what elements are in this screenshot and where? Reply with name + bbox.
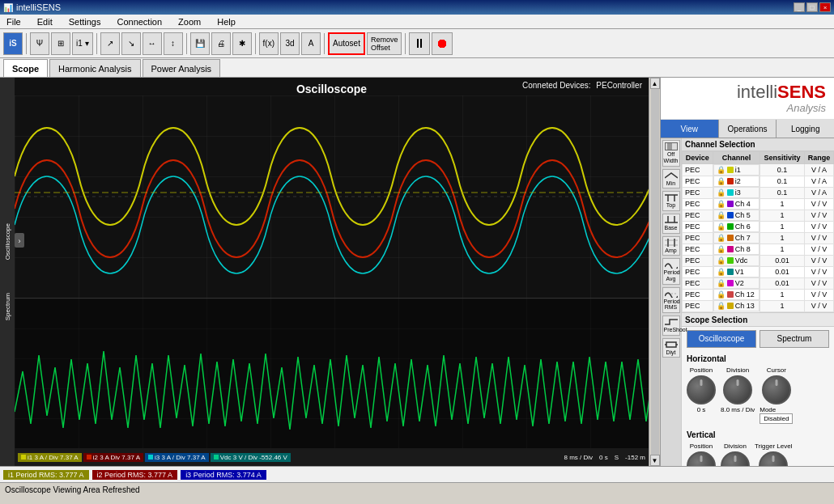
menu-zoom[interactable]: Zoom <box>175 17 204 27</box>
right-scrollbar[interactable]: ▲ ▼ <box>649 78 660 466</box>
ch-lock-11[interactable]: 🔒 <box>717 290 725 299</box>
ch-lock-2[interactable]: 🔒 <box>717 188 725 197</box>
toolbar-grid-button[interactable]: ⊞ <box>51 32 70 55</box>
channel-row-7[interactable]: PEC 🔒 Ch 8 1 V / V <box>683 244 834 255</box>
logo-sens: SENS <box>777 82 826 102</box>
channel-row-4[interactable]: PEC 🔒 Ch 5 1 V / V <box>683 210 834 221</box>
channel-row-1[interactable]: PEC 🔒 i2 0.1 V / A <box>683 176 834 187</box>
mode-select[interactable]: Disabled <box>760 413 793 424</box>
channel-row-0[interactable]: PEC 🔒 i1 0.1 V / A <box>683 164 834 176</box>
toolbar-cursor4-button[interactable]: ↕ <box>164 32 183 55</box>
channel-row-12[interactable]: PEC 🔒 Ch 13 1 V / V <box>683 300 834 311</box>
remove-offset-button[interactable]: RemoveOffset <box>367 32 402 55</box>
right-tab-logging[interactable]: Logging <box>777 120 834 138</box>
ch-lock-9[interactable]: 🔒 <box>717 268 725 276</box>
toolbar-cursor2-button[interactable]: ↘ <box>121 32 141 55</box>
ch-lock-8[interactable]: 🔒 <box>717 256 725 265</box>
ch-sens-11: 1 <box>760 289 804 300</box>
v-division-label: Division <box>724 443 747 450</box>
period-rms-btn[interactable]: Period RMS <box>662 287 680 313</box>
channel-row-11[interactable]: PEC 🔒 Ch 12 1 V / V <box>683 289 834 300</box>
scroll-down-arrow[interactable]: ▼ <box>650 455 660 466</box>
right-tab-operations[interactable]: Operations <box>719 120 777 138</box>
scope-spectrum-btn[interactable]: Spectrum <box>760 330 829 348</box>
scope-status-bar: i1 3 A / Div 7.37 A i2 3 A Div 7.37 A i3… <box>15 448 649 466</box>
ch-sens-2: 0.1 <box>760 187 804 198</box>
maximize-button[interactable]: □ <box>806 2 818 12</box>
toolbar-3d-button[interactable]: 3d <box>280 32 300 55</box>
toolbar-save-button[interactable]: 💾 <box>190 32 210 55</box>
toolbar-print-button[interactable]: 🖨 <box>211 32 231 55</box>
toolbar-fx-button[interactable]: f(x) <box>259 32 279 55</box>
h-division-knob[interactable] <box>723 375 752 404</box>
toolbar-pause-button[interactable]: ⏸ <box>409 32 430 55</box>
ch-channel-11: 🔒 Ch 12 <box>713 289 760 300</box>
upper-waveform-area[interactable]: › <box>15 95 649 299</box>
h-cursor-group: Cursor Mode Disabled <box>760 366 793 424</box>
channel-row-5[interactable]: PEC 🔒 Ch 6 1 V / V <box>683 221 834 232</box>
off-width-btn[interactable]: Off Width <box>662 140 680 166</box>
right-tab-view[interactable]: View <box>661 120 719 138</box>
v-position-knob[interactable] <box>687 451 716 466</box>
ch-lock-4[interactable]: 🔒 <box>717 211 725 219</box>
menu-connection[interactable]: Connection <box>113 17 165 27</box>
menu-edit[interactable]: Edit <box>34 17 56 27</box>
toolbar-is-button[interactable]: iS <box>3 32 23 55</box>
channel-row-6[interactable]: PEC 🔒 Ch 7 1 V / V <box>683 232 834 244</box>
amp-btn[interactable]: Amp <box>662 236 680 256</box>
lower-waveform-area[interactable] <box>15 299 649 448</box>
menu-help[interactable]: Help <box>214 17 239 27</box>
ch-lock-12[interactable]: 🔒 <box>717 302 725 310</box>
toolbar-cursor1-button[interactable]: ↗ <box>100 32 120 55</box>
ch-lock-6[interactable]: 🔒 <box>717 234 725 242</box>
toolbar-i1-button[interactable]: i1 ▾ <box>72 32 93 55</box>
h-position-knob[interactable] <box>687 375 716 404</box>
tab-power[interactable]: Power Analysis <box>143 59 221 77</box>
ch-lock-0[interactable]: 🔒 <box>717 166 725 174</box>
period-rms-i2: i2 Period RMS: 3.777 A <box>92 470 178 480</box>
ch-lock-10[interactable]: 🔒 <box>717 279 725 287</box>
ch-lock-3[interactable]: 🔒 <box>717 200 725 208</box>
right-content[interactable]: Off Width Min Top Base <box>661 138 834 466</box>
menu-settings[interactable]: Settings <box>66 17 104 27</box>
v-division-group: Division 2.9 A / Div <box>721 443 750 466</box>
trigger-knob[interactable] <box>759 451 788 466</box>
channel-row-9[interactable]: PEC 🔒 V1 0.01 V / V <box>683 266 834 277</box>
channel-row-2[interactable]: PEC 🔒 i3 0.1 V / A <box>683 187 834 198</box>
scope-osc-btn[interactable]: Oscilloscope <box>687 330 756 348</box>
ch-sens-12: 1 <box>760 300 804 311</box>
ch-sens-6: 1 <box>760 232 804 244</box>
toolbar-cursor3-button[interactable]: ↔ <box>143 32 162 55</box>
ch-lock-7[interactable]: 🔒 <box>717 245 725 253</box>
ch-channel-4: 🔒 Ch 5 <box>713 210 760 221</box>
channel-row-8[interactable]: PEC 🔒 Vdc 0.01 V / V <box>683 255 834 266</box>
ch-lock-5[interactable]: 🔒 <box>717 222 725 231</box>
upper-waveform-svg: › <box>15 95 649 298</box>
min-btn[interactable]: Min <box>662 169 680 189</box>
channel-row-3[interactable]: PEC 🔒 Ch 4 1 V / V <box>683 198 834 210</box>
minimize-button[interactable]: _ <box>794 2 805 12</box>
ch-lock-1[interactable]: 🔒 <box>717 177 725 185</box>
preshoot-btn[interactable]: PreShoot <box>662 316 680 336</box>
status-badge-i3: i3 3 A / Div 7.37 A <box>145 453 209 462</box>
toolbar-psi-button[interactable]: Ψ <box>30 32 49 55</box>
vertical-controls: Vertical Position 7.4 A Division <box>682 427 834 466</box>
diyt-btn[interactable]: Diyt <box>662 338 680 358</box>
base-btn[interactable]: Base <box>662 214 680 234</box>
toolbar-a-button[interactable]: A <box>301 32 321 55</box>
tab-scope[interactable]: Scope <box>3 59 48 77</box>
toolbar-config-button[interactable]: ✱ <box>232 32 252 55</box>
scroll-up-arrow[interactable]: ▲ <box>650 78 660 89</box>
toolbar-record-button[interactable]: ⏺ <box>432 32 453 55</box>
autoset-button[interactable]: Autoset <box>328 32 365 55</box>
period-avg-btn[interactable]: Period Avg <box>662 258 680 284</box>
menu-file[interactable]: File <box>3 17 24 27</box>
top-btn[interactable]: Top <box>662 191 680 211</box>
v-division-knob[interactable] <box>721 451 750 466</box>
close-button[interactable]: × <box>819 2 831 12</box>
channel-row-10[interactable]: PEC 🔒 V2 0.01 V / V <box>683 277 834 289</box>
tab-harmonic[interactable]: Harmonic Analysis <box>49 59 140 77</box>
cursor-knob[interactable] <box>762 375 791 404</box>
svg-rect-19 <box>666 342 676 347</box>
ch-channel-9: 🔒 V1 <box>713 266 760 277</box>
